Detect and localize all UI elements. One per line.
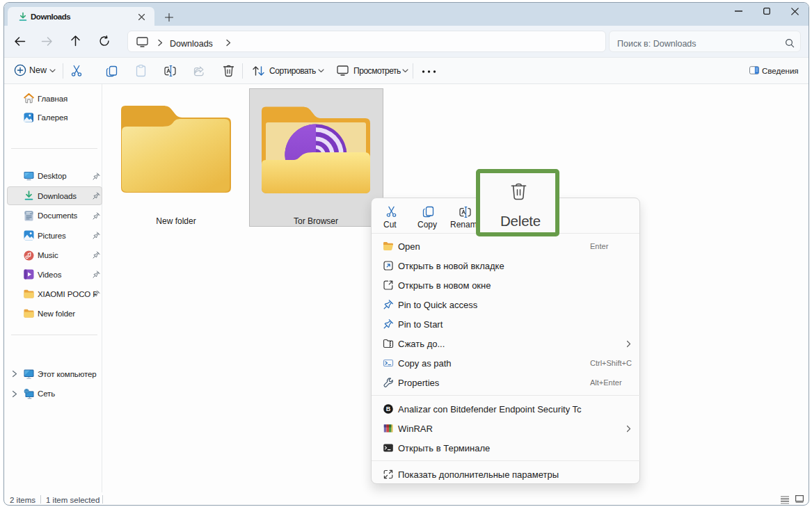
svg-text:B: B xyxy=(386,405,391,412)
